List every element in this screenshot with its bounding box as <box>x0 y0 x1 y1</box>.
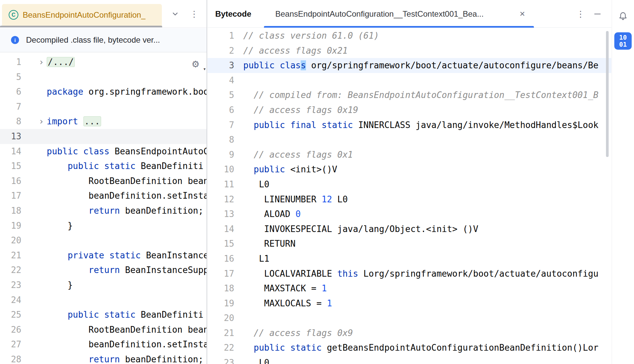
code-line[interactable]: 28 return beanDefinition; <box>0 352 207 364</box>
code-text <box>234 311 243 326</box>
code-line[interactable]: 20 <box>208 311 611 326</box>
fold-column <box>21 218 47 233</box>
code-token: BeanInstance <box>141 250 207 260</box>
code-line[interactable]: 26 RootBeanDefinition bean <box>0 322 207 337</box>
code-text: private static BeanInstance <box>47 248 207 263</box>
code-text: import ... <box>47 114 101 129</box>
badge-line-1: 10 <box>619 34 627 41</box>
code-text: public final static INNERCLASS java/lang… <box>234 118 598 133</box>
code-line[interactable]: 5 // compiled from: BeansEndpointAutoCon… <box>208 88 611 103</box>
code-line[interactable]: 20 <box>0 233 207 248</box>
code-line[interactable]: 15 RETURN <box>208 236 611 251</box>
code-line[interactable]: 19 } <box>0 218 207 233</box>
code-line[interactable]: 7 <box>0 99 207 114</box>
code-line[interactable]: 17 beanDefinition.setInsta <box>0 188 207 203</box>
active-tab-underline <box>264 26 534 28</box>
code-token <box>47 310 68 320</box>
editor-tab-bar: C BeansEndpointAutoConfiguration_ ⋮ <box>0 0 207 28</box>
code-token: public static <box>68 310 136 320</box>
code-line[interactable]: 22 public static getBeansEndpointAutoCon… <box>208 340 611 355</box>
code-line[interactable]: 23 L0 <box>208 355 611 364</box>
decompiled-banner: i Decompiled .class file, bytecode ver..… <box>0 28 207 52</box>
line-number: 7 <box>208 118 234 133</box>
code-text: RootBeanDefinition bean <box>47 174 207 189</box>
code-line[interactable]: 6package org.springframework.boo <box>0 84 207 99</box>
code-line[interactable]: 14public class BeansEndpointAutoC <box>0 144 207 159</box>
more-options-button[interactable]: ⋮ <box>575 8 587 20</box>
code-line[interactable]: 10 public <init>()V <box>208 162 611 177</box>
tab-title: BeansEndpointAutoConfiguration__TestCont… <box>275 9 515 19</box>
gear-icon: ⚙ <box>192 59 200 69</box>
tab-beans-endpoint-auto-configuration[interactable]: C BeansEndpointAutoConfiguration_ <box>2 4 162 26</box>
line-number: 18 <box>208 281 234 296</box>
editor-settings-button[interactable]: ⚙ ▾ <box>192 59 206 71</box>
code-line[interactable]: 21 private static BeanInstance <box>0 248 207 263</box>
code-line[interactable]: 16 RootBeanDefinition bean <box>0 174 207 189</box>
right-tool-stripe: 10 01 <box>612 0 634 364</box>
code-line[interactable]: 8›import ... <box>0 114 207 129</box>
code-line[interactable]: 17 LOCALVARIABLE this Lorg/springframewo… <box>208 266 611 281</box>
code-line[interactable]: 6 // access flags 0x19 <box>208 103 611 118</box>
code-token: } <box>47 221 73 231</box>
tab-title: BeansEndpointAutoConfiguration_ <box>23 10 145 20</box>
tab-more-options-button[interactable]: ⋮ <box>188 8 200 20</box>
code-line[interactable]: 8 <box>208 132 611 147</box>
code-token: public class <box>47 146 109 156</box>
code-token <box>47 161 68 171</box>
line-number: 20 <box>0 233 21 248</box>
code-line[interactable]: 5 <box>0 70 207 85</box>
code-token <box>47 354 88 364</box>
code-line[interactable]: 18 MAXSTACK = 1 <box>208 281 611 296</box>
fold-column <box>21 263 47 278</box>
code-line[interactable]: 18 return beanDefinition; <box>0 203 207 218</box>
code-text: // class version 61.0 (61) <box>234 28 379 43</box>
code-line[interactable]: 2// access flags 0x21 <box>208 43 611 58</box>
code-line[interactable]: 13 ALOAD 0 <box>208 207 611 222</box>
code-line[interactable]: 14 INVOKESPECIAL java/lang/Object.<init>… <box>208 222 611 237</box>
code-line[interactable]: 7 public final static INNERCLASS java/la… <box>208 118 611 133</box>
code-line[interactable]: 21 // access flags 0x9 <box>208 326 611 341</box>
fold-chevron-icon[interactable]: › <box>21 114 47 129</box>
code-line[interactable]: 1›/.../ <box>0 55 207 70</box>
fold-column <box>21 293 47 308</box>
tab-bytecode-class[interactable]: BeansEndpointAutoConfiguration__TestCont… <box>264 0 534 28</box>
line-number: 27 <box>0 337 21 352</box>
code-line[interactable]: 9 // access flags 0x1 <box>208 147 611 162</box>
code-line[interactable]: 25 public static BeanDefiniti <box>0 307 207 322</box>
panel-title: Bytecode <box>215 0 251 28</box>
code-line[interactable]: 4 <box>208 73 611 88</box>
code-line[interactable]: 15 public static BeanDefiniti <box>0 159 207 174</box>
code-token: beanDefinition; <box>120 206 203 216</box>
code-token <box>47 206 88 216</box>
code-text: } <box>47 218 73 233</box>
code-token: /.../ <box>47 57 75 67</box>
code-line[interactable]: 19 MAXLOCALS = 1 <box>208 296 611 311</box>
code-line[interactable]: 13 <box>0 129 207 144</box>
bytecode-pane: Bytecode BeansEndpointAutoConfiguration_… <box>208 0 611 364</box>
line-number: 10 <box>208 162 234 177</box>
close-icon[interactable]: ✕ <box>519 10 525 18</box>
line-number: 21 <box>208 326 234 341</box>
code-text: INVOKESPECIAL java/lang/Object.<init> ()… <box>234 222 478 237</box>
code-text: LINENUMBER 12 L0 <box>234 192 348 207</box>
code-line[interactable]: 12 LINENUMBER 12 L0 <box>208 192 611 207</box>
tab-list-chevron-button[interactable] <box>169 8 181 20</box>
code-token: BeanDefiniti <box>135 161 204 171</box>
vertical-scrollbar-thumb[interactable] <box>606 31 609 157</box>
code-line[interactable]: 3public class org/springframework/boot/a… <box>208 58 611 73</box>
code-line[interactable]: 27 beanDefinition.setInsta <box>0 337 207 352</box>
code-text: RootBeanDefinition bean <box>47 322 207 337</box>
code-line[interactable]: 24 <box>0 293 207 308</box>
hide-panel-button[interactable] <box>591 8 603 20</box>
line-number: 19 <box>0 218 21 233</box>
code-line[interactable]: 16 L1 <box>208 251 611 266</box>
bytecode-tool-window-button[interactable]: 10 01 <box>614 32 632 50</box>
fold-chevron-icon[interactable]: › <box>21 55 47 70</box>
code-line[interactable]: 1// class version 61.0 (61) <box>208 28 611 43</box>
notifications-button[interactable] <box>616 9 630 21</box>
code-line[interactable]: 11 L0 <box>208 177 611 192</box>
code-line[interactable]: 22 return BeanInstanceSupp <box>0 263 207 278</box>
ide-window: { "left_pane": { "tab": {"title": "Beans… <box>0 0 634 364</box>
code-text: beanDefinition.setInsta <box>47 337 207 352</box>
code-line[interactable]: 23 } <box>0 278 207 293</box>
